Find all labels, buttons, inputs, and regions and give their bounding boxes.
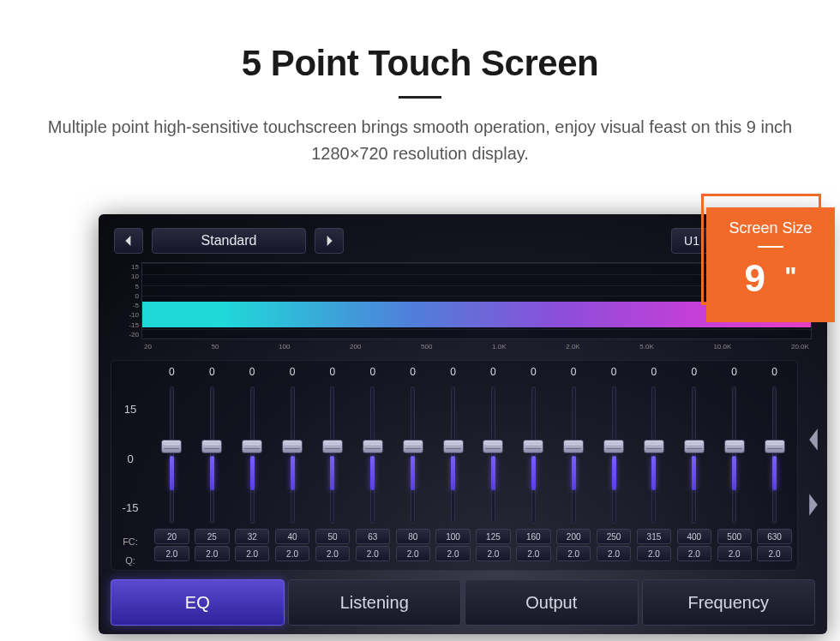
x-tick: 20 bbox=[144, 343, 152, 350]
eq-band: 01602.0 bbox=[514, 366, 553, 566]
band-slider[interactable] bbox=[314, 381, 352, 527]
band-fc-value[interactable]: 40 bbox=[275, 529, 309, 544]
slider-thumb[interactable] bbox=[765, 440, 785, 453]
band-slider[interactable] bbox=[715, 381, 753, 527]
band-q-value[interactable]: 2.0 bbox=[356, 546, 390, 561]
spectrum-y-axis: 15 10 5 0 -5 -10 -15 -20 bbox=[113, 263, 139, 338]
band-slider[interactable] bbox=[635, 381, 674, 527]
band-fc-value[interactable]: 63 bbox=[356, 529, 390, 544]
band-fc-value[interactable]: 630 bbox=[757, 529, 791, 544]
band-fc-value[interactable]: 20 bbox=[154, 529, 189, 544]
slider-thumb[interactable] bbox=[161, 440, 182, 453]
q-row-label: Q: bbox=[111, 551, 149, 570]
callout-label: Screen Size bbox=[715, 219, 826, 237]
band-q-value[interactable]: 2.0 bbox=[597, 546, 631, 561]
band-slider[interactable] bbox=[233, 381, 272, 527]
fc-row-label: FC: bbox=[111, 532, 149, 551]
y-tick: -15 bbox=[113, 321, 139, 329]
band-q-value[interactable]: 2.0 bbox=[677, 546, 711, 561]
spectrum-x-axis: 20 50 100 200 500 1.0K 2.0K 5.0K 10.0K 2… bbox=[142, 343, 811, 350]
tab-listening[interactable]: Listening bbox=[288, 579, 462, 626]
slider-thumb[interactable] bbox=[201, 440, 222, 453]
band-slider[interactable] bbox=[353, 381, 392, 527]
band-slider[interactable] bbox=[514, 381, 553, 527]
band-slider[interactable] bbox=[555, 381, 593, 527]
band-slider[interactable] bbox=[434, 381, 472, 527]
band-gain-value: 0 bbox=[490, 366, 496, 381]
preset-next-button[interactable] bbox=[315, 228, 344, 254]
band-q-value[interactable]: 2.0 bbox=[476, 546, 510, 561]
chevron-right-icon[interactable] bbox=[807, 494, 820, 516]
band-q-value[interactable]: 2.0 bbox=[556, 546, 591, 561]
preset-prev-button[interactable] bbox=[114, 228, 143, 254]
scale-mid: 0 bbox=[111, 434, 149, 482]
slider-thumb[interactable] bbox=[724, 440, 745, 453]
band-fc-value[interactable]: 400 bbox=[677, 529, 711, 544]
slider-thumb[interactable] bbox=[563, 440, 584, 453]
band-q-value[interactable]: 2.0 bbox=[315, 546, 350, 561]
band-fc-value[interactable]: 80 bbox=[396, 529, 430, 544]
screen-size-callout: Screen Size 9 " bbox=[698, 194, 835, 322]
band-q-value[interactable]: 2.0 bbox=[235, 546, 269, 561]
x-tick: 5.0K bbox=[639, 343, 653, 350]
band-q-value[interactable]: 2.0 bbox=[637, 546, 671, 561]
band-q-value[interactable]: 2.0 bbox=[195, 546, 229, 561]
band-q-value[interactable]: 2.0 bbox=[154, 546, 189, 561]
band-slider[interactable] bbox=[193, 381, 231, 527]
band-slider[interactable] bbox=[273, 381, 312, 527]
slider-thumb[interactable] bbox=[322, 440, 343, 453]
band-slider[interactable] bbox=[755, 381, 794, 527]
tab-frequency[interactable]: Frequency bbox=[642, 579, 816, 626]
band-gain-value: 0 bbox=[771, 366, 777, 381]
slider-thumb[interactable] bbox=[403, 440, 423, 453]
x-tick: 2.0K bbox=[566, 343, 579, 350]
band-fc-value[interactable]: 50 bbox=[315, 529, 350, 544]
band-q-value[interactable]: 2.0 bbox=[396, 546, 430, 561]
band-slider[interactable] bbox=[393, 381, 432, 527]
band-q-value[interactable]: 2.0 bbox=[516, 546, 550, 561]
slider-thumb[interactable] bbox=[603, 440, 624, 453]
tab-output[interactable]: Output bbox=[465, 579, 639, 626]
band-fc-value[interactable]: 200 bbox=[556, 529, 591, 544]
band-q-value[interactable]: 2.0 bbox=[757, 546, 791, 561]
band-q-value[interactable]: 2.0 bbox=[717, 546, 752, 561]
band-fc-value[interactable]: 32 bbox=[235, 529, 269, 544]
eq-band: 02002.0 bbox=[555, 366, 593, 566]
band-gain-value: 0 bbox=[290, 366, 296, 381]
band-slider[interactable] bbox=[153, 381, 191, 527]
band-gain-value: 0 bbox=[531, 366, 537, 381]
eq-band: 0502.0 bbox=[314, 366, 352, 566]
band-q-value[interactable]: 2.0 bbox=[435, 546, 470, 561]
band-fc-value[interactable]: 160 bbox=[516, 529, 550, 544]
chevron-left-icon[interactable] bbox=[807, 428, 820, 451]
band-q-value[interactable]: 2.0 bbox=[275, 546, 309, 561]
band-fc-value[interactable]: 315 bbox=[637, 529, 671, 544]
preset-name[interactable]: Standard bbox=[152, 228, 306, 254]
band-fc-value[interactable]: 125 bbox=[476, 529, 510, 544]
slider-thumb[interactable] bbox=[644, 440, 664, 453]
slider-thumb[interactable] bbox=[443, 440, 464, 453]
slider-thumb[interactable] bbox=[363, 440, 383, 453]
slider-thumb[interactable] bbox=[282, 440, 303, 453]
slider-thumb[interactable] bbox=[242, 440, 262, 453]
slider-thumb[interactable] bbox=[523, 440, 543, 453]
band-slider[interactable] bbox=[474, 381, 513, 527]
band-fc-value[interactable]: 100 bbox=[435, 529, 470, 544]
page-subtitle: Multiple point high-sensitive touchscree… bbox=[34, 114, 806, 167]
tab-eq[interactable]: EQ bbox=[111, 579, 285, 626]
scale-max: 15 bbox=[111, 385, 149, 434]
slider-thumb[interactable] bbox=[483, 440, 503, 453]
y-tick: 0 bbox=[113, 292, 139, 300]
eq-band: 06302.0 bbox=[755, 366, 794, 566]
chevron-left-icon bbox=[123, 236, 134, 246]
band-fc-value[interactable]: 250 bbox=[597, 529, 631, 544]
band-fc-value[interactable]: 500 bbox=[717, 529, 752, 544]
slider-thumb[interactable] bbox=[684, 440, 705, 453]
band-slider[interactable] bbox=[595, 381, 633, 527]
x-tick: 500 bbox=[421, 343, 432, 350]
band-gain-value: 0 bbox=[571, 366, 577, 381]
band-slider[interactable] bbox=[675, 381, 713, 527]
band-fc-value[interactable]: 25 bbox=[195, 529, 229, 544]
eq-band: 05002.0 bbox=[715, 366, 753, 566]
x-tick: 50 bbox=[212, 343, 219, 350]
